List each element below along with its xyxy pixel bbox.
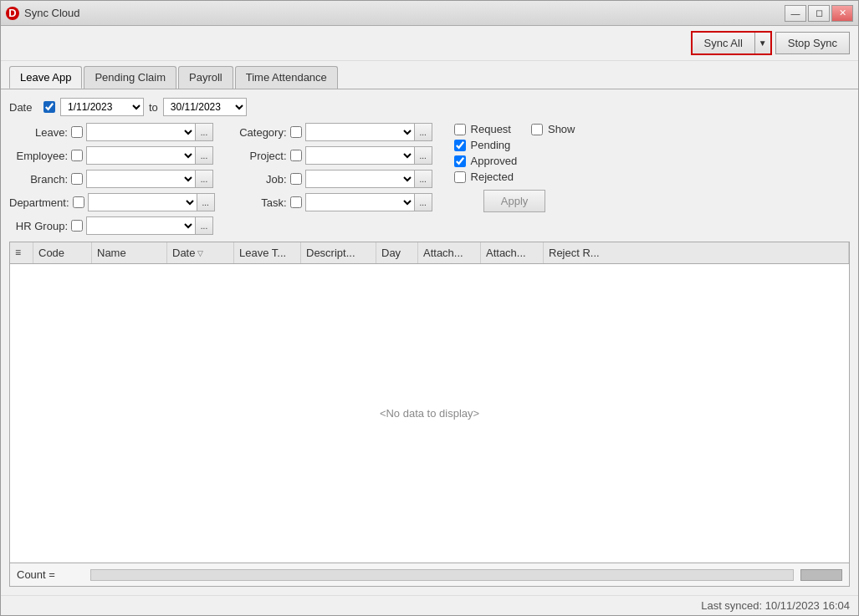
project-field-group: Project: ... xyxy=(228,146,432,165)
left-filters: Leave: ... Employee: ... xyxy=(9,123,215,235)
grid-col-attach1[interactable]: Attach... xyxy=(418,242,481,263)
leave-browse-button[interactable]: ... xyxy=(195,123,213,141)
tab-payroll[interactable]: Payroll xyxy=(178,66,233,89)
main-window: D Sync Cloud — ◻ ✕ Sync All ▼ Stop Sync … xyxy=(0,0,859,616)
date-to-dropdown[interactable]: 30/11/2023 xyxy=(163,98,247,116)
count-label: Count = xyxy=(17,568,84,581)
pending-label: Pending xyxy=(471,139,511,151)
hrgroup-checkbox[interactable] xyxy=(71,220,83,232)
tab-pending-claim[interactable]: Pending Claim xyxy=(84,66,176,89)
tab-bar: Leave App Pending Claim Payroll Time Att… xyxy=(1,61,858,89)
close-button[interactable]: ✕ xyxy=(831,5,853,22)
task-select[interactable] xyxy=(305,193,414,211)
pending-checkbox-row: Pending xyxy=(454,139,575,151)
category-checkbox[interactable] xyxy=(290,126,302,138)
job-checkbox[interactable] xyxy=(290,173,302,185)
project-label: Project: xyxy=(228,150,287,162)
rejected-checkbox-row: Rejected xyxy=(454,171,575,183)
sync-all-dropdown-button[interactable]: ▼ xyxy=(755,33,770,53)
approved-checkbox[interactable] xyxy=(454,155,466,167)
to-label: to xyxy=(149,101,158,114)
branch-select[interactable] xyxy=(86,170,195,188)
checkbox-filters: Request Show Pending Approved xyxy=(446,123,575,235)
minimize-button[interactable]: — xyxy=(785,5,806,22)
job-select[interactable] xyxy=(305,170,414,188)
stop-sync-button[interactable]: Stop Sync xyxy=(775,32,850,54)
apply-button[interactable]: Apply xyxy=(483,190,546,212)
date-checkbox[interactable] xyxy=(43,101,55,113)
leave-checkbox[interactable] xyxy=(71,126,83,138)
tab-time-attendance[interactable]: Time Attendance xyxy=(235,66,338,89)
branch-browse-button[interactable]: ... xyxy=(195,170,213,188)
request-show-row: Request Show xyxy=(454,123,575,135)
count-scrollbar[interactable] xyxy=(800,569,842,581)
category-input-group: ... xyxy=(305,123,432,141)
department-browse-button[interactable]: ... xyxy=(197,193,215,211)
hrgroup-select[interactable] xyxy=(86,216,195,235)
task-checkbox[interactable] xyxy=(290,196,302,208)
toolbar: Sync All ▼ Stop Sync xyxy=(1,26,858,61)
employee-select[interactable] xyxy=(86,146,195,165)
department-select[interactable] xyxy=(88,193,197,211)
grid-col-icon[interactable]: ≡ xyxy=(10,242,33,263)
tab-leave-app[interactable]: Leave App xyxy=(9,66,82,89)
show-label: Show xyxy=(548,123,575,135)
grid-col-name[interactable]: Name xyxy=(92,242,167,263)
grid-col-leavet[interactable]: Leave T... xyxy=(234,242,301,263)
empty-message: <No data to display> xyxy=(380,407,479,420)
request-checkbox-row: Request xyxy=(454,123,511,135)
leave-label: Leave: xyxy=(9,126,68,139)
window-title: Sync Cloud xyxy=(24,7,785,19)
hrgroup-input-group: ... xyxy=(86,216,213,235)
department-checkbox[interactable] xyxy=(73,196,84,208)
approved-checkbox-row: Approved xyxy=(454,155,575,167)
task-browse-button[interactable]: ... xyxy=(414,193,432,211)
grid-col-reject[interactable]: Reject R... xyxy=(544,242,849,263)
category-browse-button[interactable]: ... xyxy=(414,123,432,141)
employee-checkbox[interactable] xyxy=(71,150,83,161)
employee-browse-button[interactable]: ... xyxy=(195,146,213,165)
job-field-group: Job: ... xyxy=(228,170,432,188)
filters-container: Leave: ... Employee: ... xyxy=(9,123,850,235)
employee-label: Employee: xyxy=(9,150,68,162)
branch-checkbox[interactable] xyxy=(71,173,83,185)
hrgroup-browse-button[interactable]: ... xyxy=(195,216,213,235)
project-checkbox[interactable] xyxy=(290,150,302,161)
leave-field-group: Leave: ... xyxy=(9,123,215,141)
hrgroup-field-group: HR Group: ... xyxy=(9,216,215,235)
category-label: Category: xyxy=(228,126,287,139)
job-label: Job: xyxy=(228,173,287,186)
date-from-dropdown[interactable]: 1/11/2023 xyxy=(60,98,144,116)
sync-all-button[interactable]: Sync All xyxy=(693,33,755,53)
pending-checkbox[interactable] xyxy=(454,140,466,151)
grid-col-code[interactable]: Code xyxy=(33,242,92,263)
request-label: Request xyxy=(471,123,511,135)
grid-col-attach2[interactable]: Attach... xyxy=(481,242,544,263)
grid-col-day[interactable]: Day xyxy=(376,242,418,263)
department-field-group: Department: ... xyxy=(9,193,215,211)
restore-button[interactable]: ◻ xyxy=(808,5,830,22)
department-input-group: ... xyxy=(88,193,215,211)
project-browse-button[interactable]: ... xyxy=(414,146,432,165)
last-synced-text: Last synced: 10/11/2023 16:04 xyxy=(701,599,850,612)
grid-col-date[interactable]: Date ▽ xyxy=(167,242,234,263)
task-field-group: Task: ... xyxy=(228,193,432,211)
project-input-group: ... xyxy=(305,146,432,165)
category-field-group: Category: ... xyxy=(228,123,432,141)
data-grid: ≡ Code Name Date ▽ Leave T... Descript..… xyxy=(9,242,850,587)
job-input-group: ... xyxy=(305,170,432,188)
grid-col-desc[interactable]: Descript... xyxy=(301,242,376,263)
request-checkbox[interactable] xyxy=(454,124,466,135)
project-select[interactable] xyxy=(305,146,414,165)
sort-indicator: ▽ xyxy=(197,249,203,257)
department-label: Department: xyxy=(9,196,69,209)
category-select[interactable] xyxy=(305,123,414,141)
sync-all-group: Sync All ▼ xyxy=(691,31,772,55)
count-progress-bar xyxy=(90,569,794,581)
leave-select[interactable] xyxy=(86,123,195,141)
job-browse-button[interactable]: ... xyxy=(414,170,432,188)
rejected-checkbox[interactable] xyxy=(454,171,466,183)
grid-body: <No data to display> xyxy=(10,264,849,563)
show-checkbox[interactable] xyxy=(531,124,543,135)
rejected-label: Rejected xyxy=(471,171,514,183)
